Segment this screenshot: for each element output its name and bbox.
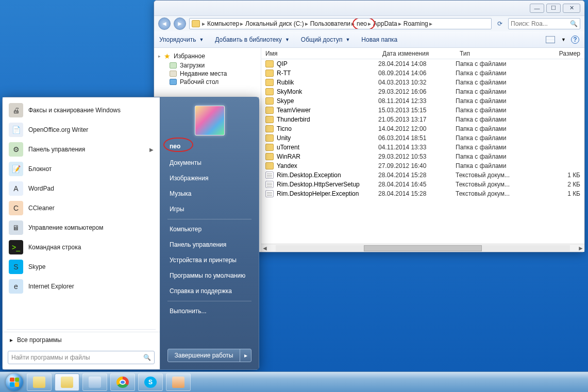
address-row: ◄ ► ▸ Компьютер ▸Локальный диск (C:) ▸По… xyxy=(154,16,584,31)
file-row[interactable]: Rim.Desktop.Exception28.04.2014 15:28Тек… xyxy=(261,171,584,180)
column-headers[interactable]: Имя Дата изменения Тип Размер xyxy=(261,48,584,59)
program-icon: >_ xyxy=(9,240,23,254)
program-item[interactable]: ⚙Панель управления▶ xyxy=(5,140,158,159)
start-right-item[interactable]: Игры xyxy=(160,201,259,217)
nav-favorites[interactable]: ▸ ★ Избранное xyxy=(158,51,257,61)
close-button[interactable]: ✕ xyxy=(563,4,580,13)
shutdown-options-button[interactable]: ▸ xyxy=(240,349,251,362)
start-menu: 🖨Факсы и сканирование Windows📄OpenOffice… xyxy=(2,97,259,370)
nav-downloads[interactable]: Загрузки xyxy=(158,61,257,70)
start-right-item[interactable]: Программы по умолчанию xyxy=(160,268,259,283)
star-icon: ★ xyxy=(164,52,171,60)
folder-icon xyxy=(265,162,274,169)
minimize-button[interactable]: — xyxy=(530,4,544,13)
file-row[interactable]: QIP28.04.2014 14:08Папка с файлами xyxy=(261,59,584,69)
file-row[interactable]: Skype08.11.2014 12:33Папка с файлами xyxy=(261,96,584,106)
nav-back-button[interactable]: ◄ xyxy=(158,18,171,30)
search-input[interactable]: Поиск: Roa... 🔍 xyxy=(508,18,580,29)
program-item[interactable]: AWordPad xyxy=(5,179,158,198)
taskbar-item-chrome[interactable] xyxy=(110,373,135,391)
program-icon: S xyxy=(9,260,23,274)
file-row[interactable]: Yandex27.09.2012 16:40Папка с файлами xyxy=(261,161,584,171)
caret-icon: ▸ xyxy=(158,54,161,59)
col-size[interactable]: Размер xyxy=(543,50,584,57)
col-type[interactable]: Тип xyxy=(456,50,543,57)
program-icon: e xyxy=(9,279,23,294)
file-row[interactable]: Rublik04.03.2013 10:32Папка с файлами xyxy=(261,78,584,87)
nav-forward-button[interactable]: ► xyxy=(174,18,186,30)
start-search-input[interactable]: Найти программы и файлы 🔍 xyxy=(8,351,155,364)
program-item[interactable]: 📄OpenOffice.org Writer xyxy=(5,120,158,140)
file-row[interactable]: Rim.Desktop.HttpServerSetup28.04.2014 16… xyxy=(261,180,584,189)
nav-desktop[interactable]: Рабочий стол xyxy=(158,78,257,86)
maximize-button[interactable]: ☐ xyxy=(546,4,561,13)
start-right-item[interactable]: Изображения xyxy=(160,171,259,186)
start-right-item[interactable]: Устройства и принтеры xyxy=(160,252,259,268)
explorer-toolbar: Упорядочить▼ Добавить в библиотеку▼ Общи… xyxy=(154,31,584,48)
breadcrumb-item[interactable]: neo ▸ xyxy=(357,20,371,27)
window-titlebar[interactable]: — ☐ ✕ xyxy=(154,1,584,16)
start-button[interactable] xyxy=(4,372,25,393)
file-row[interactable]: Unity06.03.2014 18:51Папка с файлами xyxy=(261,133,584,143)
breadcrumb-item[interactable]: Локальный диск (C:) ▸ xyxy=(245,20,308,27)
start-right-item[interactable]: Музыка xyxy=(160,186,259,201)
col-date[interactable]: Дата изменения xyxy=(378,50,456,57)
folder-icon xyxy=(265,70,274,77)
folder-icon xyxy=(265,107,274,114)
file-row[interactable]: Thunderbird21.05.2013 13:17Папка с файла… xyxy=(261,115,584,124)
folder-icon xyxy=(265,116,274,123)
start-right-item[interactable]: Выполнить... xyxy=(160,303,259,319)
view-dropdown-icon[interactable]: ▼ xyxy=(561,37,566,42)
program-item[interactable]: 🖨Факсы и сканирование Windows xyxy=(5,100,158,120)
organize-menu[interactable]: Упорядочить▼ xyxy=(159,36,204,43)
col-name[interactable]: Имя xyxy=(261,50,378,57)
new-folder-button[interactable]: Новая папка xyxy=(361,36,397,43)
user-name[interactable]: neo xyxy=(160,140,259,155)
all-programs-button[interactable]: ▸ Все программы xyxy=(3,332,160,348)
file-row[interactable]: TeamViewer15.03.2013 15:15Папка с файлам… xyxy=(261,106,584,115)
taskbar-item-paint[interactable] xyxy=(166,373,191,391)
taskbar-item-skype[interactable]: S xyxy=(138,373,163,391)
program-item[interactable]: SSkype xyxy=(5,257,158,277)
view-options-button[interactable] xyxy=(546,36,555,43)
start-right-item[interactable]: Панель управления xyxy=(160,237,259,252)
file-row[interactable]: R-TT08.09.2014 14:06Папка с файлами xyxy=(261,69,584,78)
text-file-icon xyxy=(265,172,274,179)
taskbar-item-calculator[interactable] xyxy=(82,373,107,391)
start-right-item[interactable]: Компьютер xyxy=(160,221,259,237)
highlight-circle-icon xyxy=(163,138,193,152)
taskbar-item-pinned[interactable] xyxy=(27,373,52,391)
start-right-item[interactable]: Справка и поддержка xyxy=(160,283,259,299)
help-button[interactable]: ? xyxy=(571,36,579,44)
file-row[interactable]: WinRAR29.03.2012 10:53Папка с файлами xyxy=(261,152,584,161)
user-avatar[interactable] xyxy=(195,106,225,135)
folder-icon xyxy=(265,134,274,142)
share-menu[interactable]: Общий доступ▼ xyxy=(301,36,350,43)
horizontal-scrollbar[interactable]: ◄► xyxy=(261,244,584,252)
program-item[interactable]: >_Командная строка xyxy=(5,237,158,257)
file-row[interactable]: SkyMonk29.03.2012 16:06Папка с файлами xyxy=(261,87,584,96)
address-bar[interactable]: ▸ Компьютер ▸Локальный диск (C:) ▸Пользо… xyxy=(189,18,492,29)
start-menu-left: 🖨Факсы и сканирование Windows📄OpenOffice… xyxy=(3,97,160,369)
breadcrumb-item[interactable]: Компьютер ▸ xyxy=(207,20,243,27)
program-item[interactable]: 📝Блокнот xyxy=(5,159,158,179)
file-row[interactable]: Rim.DesktopHelper.Exception28.04.2014 15… xyxy=(261,189,584,198)
folder-icon xyxy=(265,125,274,132)
refresh-button[interactable]: ⟳ xyxy=(495,19,505,29)
taskbar-item-explorer[interactable] xyxy=(55,373,79,391)
breadcrumb-item[interactable]: Пользователи ▸ xyxy=(310,20,355,27)
file-row[interactable]: uTorrent04.11.2014 13:33Папка с файлами xyxy=(261,143,584,152)
program-icon: 🖥 xyxy=(9,220,23,235)
file-row[interactable]: Ticno14.04.2012 12:00Папка с файлами xyxy=(261,124,584,133)
program-item[interactable]: eInternet Explorer xyxy=(5,277,158,296)
add-to-library-menu[interactable]: Добавить в библиотеку▼ xyxy=(215,36,289,43)
breadcrumb-item[interactable]: Roaming ▸ xyxy=(404,20,432,27)
search-icon: 🔍 xyxy=(570,20,578,27)
breadcrumb-item[interactable]: AppData ▸ xyxy=(373,20,401,27)
program-item[interactable]: 🖥Управление компьютером xyxy=(5,218,158,237)
shutdown-button[interactable]: Завершение работы ▸ xyxy=(167,349,251,362)
program-item[interactable]: CCCleaner xyxy=(5,198,158,218)
nav-recent[interactable]: Недавние места xyxy=(158,70,257,78)
program-icon: A xyxy=(9,181,23,196)
start-right-item[interactable]: Документы xyxy=(160,155,259,171)
